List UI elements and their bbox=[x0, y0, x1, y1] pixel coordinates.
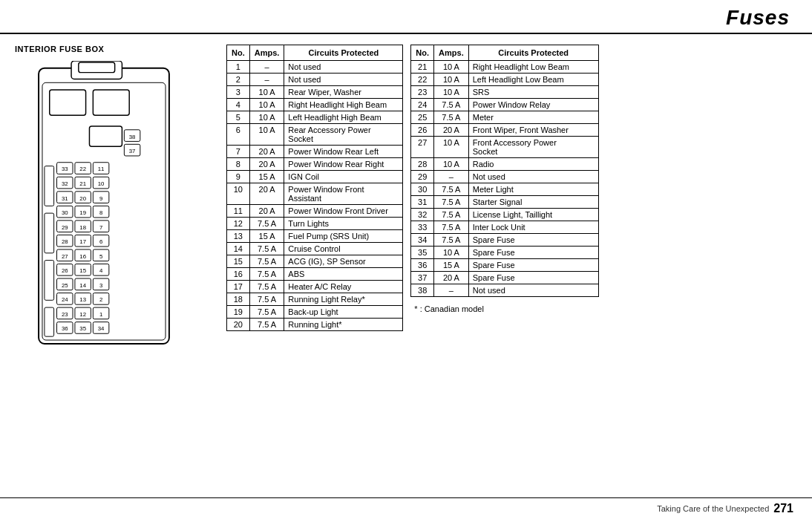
fuse-amps: 15 A bbox=[249, 171, 284, 183]
fuse-number: 8 bbox=[227, 158, 250, 171]
fuse-number: 18 bbox=[227, 293, 250, 306]
table-row: 17 7.5 A Heater A/C Relay bbox=[227, 281, 403, 293]
svg-text:22: 22 bbox=[79, 166, 86, 172]
fuse-circuit: Not used bbox=[284, 74, 403, 86]
fuse-circuit: Left Headlight High Beam bbox=[284, 111, 403, 124]
fuse-number: 11 bbox=[227, 205, 250, 218]
fuse-circuit: Right Headlight Low Beam bbox=[468, 61, 598, 74]
fuse-circuit: Meter bbox=[468, 111, 598, 124]
table-row: 14 7.5 A Cruise Control bbox=[227, 243, 403, 255]
svg-text:6: 6 bbox=[99, 238, 102, 245]
fuse-amps: 20 A bbox=[249, 205, 284, 218]
fuse-box-svg: 38 37 33 22 11 32 21 10 bbox=[15, 61, 193, 373]
fuse-amps: 10 A bbox=[434, 74, 469, 86]
fuse-number: 25 bbox=[411, 111, 434, 124]
fuse-amps: 15 A bbox=[434, 259, 469, 272]
table-row: 1 – Not used bbox=[227, 61, 403, 74]
fuse-number: 14 bbox=[227, 243, 250, 255]
svg-rect-3 bbox=[42, 82, 166, 340]
fuse-number: 28 bbox=[411, 158, 434, 171]
svg-text:14: 14 bbox=[79, 282, 86, 289]
fuse-circuit: Cruise Control bbox=[284, 243, 403, 255]
svg-rect-84 bbox=[45, 213, 54, 253]
fuse-amps: 10 A bbox=[249, 111, 284, 124]
fuse-circuit: Power Window Rear Right bbox=[284, 158, 403, 171]
svg-text:17: 17 bbox=[79, 238, 86, 245]
table-row: 29 – Not used bbox=[411, 171, 598, 183]
canadian-model-note: * : Canadian model bbox=[410, 304, 598, 313]
fuse-amps: 7.5 A bbox=[434, 99, 469, 111]
svg-rect-83 bbox=[45, 166, 54, 206]
fuse-number: 3 bbox=[227, 86, 250, 99]
table-row: 9 15 A IGN Coil bbox=[227, 171, 403, 183]
fuse-circuit: License Light, Taillight bbox=[468, 209, 598, 221]
svg-text:12: 12 bbox=[79, 311, 86, 318]
fuse-circuit: Power Window Relay bbox=[468, 99, 598, 111]
fuse-circuit: Spare Fuse bbox=[468, 247, 598, 259]
fuse-number: 17 bbox=[227, 281, 250, 293]
table-row: 7 20 A Power Window Rear Left bbox=[227, 146, 403, 158]
table-row: 18 7.5 A Running Light Relay* bbox=[227, 293, 403, 306]
fuse-amps: 10 A bbox=[434, 86, 469, 99]
fuse-amps: 7.5 A bbox=[249, 281, 284, 293]
fuse-circuit: Running Light* bbox=[284, 319, 403, 331]
svg-text:11: 11 bbox=[98, 166, 105, 172]
table-row: 27 10 A Front Accessory PowerSocket bbox=[411, 137, 598, 158]
svg-rect-5 bbox=[93, 90, 129, 115]
table-row: 4 10 A Right Headlight High Beam bbox=[227, 99, 403, 111]
fuse-number: 27 bbox=[411, 137, 434, 158]
svg-text:13: 13 bbox=[79, 296, 86, 303]
fuse-amps: 7.5 A bbox=[434, 111, 469, 124]
table-row: 33 7.5 A Inter Lock Unit bbox=[411, 221, 598, 234]
fuse-number: 37 bbox=[411, 272, 434, 284]
col-no-1: No. bbox=[227, 45, 250, 61]
fuse-table-2: No. Amps. Circuits Protected 21 10 A Rig… bbox=[410, 45, 598, 297]
fuse-circuit: Power Window FrontAssistant bbox=[284, 183, 403, 205]
fuse-number: 38 bbox=[411, 284, 434, 297]
svg-text:31: 31 bbox=[62, 195, 68, 202]
fuse-amps: – bbox=[249, 74, 284, 86]
fuse-circuit: Front Wiper, Front Washer bbox=[468, 124, 598, 137]
fuse-circuit: Turn Lights bbox=[284, 218, 403, 230]
fuse-circuit: Rear Wiper, Washer bbox=[284, 86, 403, 99]
fuse-amps: – bbox=[249, 61, 284, 74]
page-header: Fuses bbox=[0, 0, 812, 34]
fuse-number: 16 bbox=[227, 268, 250, 281]
table-row: 26 20 A Front Wiper, Front Washer bbox=[411, 124, 598, 137]
svg-text:20: 20 bbox=[79, 195, 86, 202]
tables-section: No. Amps. Circuits Protected 1 – Not use… bbox=[226, 45, 797, 482]
fuse-number: 36 bbox=[411, 259, 434, 272]
fuse-number: 13 bbox=[227, 230, 250, 243]
svg-text:9: 9 bbox=[99, 195, 102, 202]
svg-rect-4 bbox=[50, 90, 86, 115]
table-row: 25 7.5 A Meter bbox=[411, 111, 598, 124]
fuse-circuit: IGN Coil bbox=[284, 171, 403, 183]
fuse-circuit: Radio bbox=[468, 158, 598, 171]
table-row: 2 – Not used bbox=[227, 74, 403, 86]
svg-text:37: 37 bbox=[129, 148, 136, 154]
fuse-circuit: Power Window Front Driver bbox=[284, 205, 403, 218]
svg-text:29: 29 bbox=[62, 224, 68, 231]
page-number: 271 bbox=[773, 502, 793, 515]
col-amps-2: Amps. bbox=[434, 45, 469, 61]
fuse-box-diagram: 38 37 33 22 11 32 21 10 bbox=[15, 61, 193, 373]
table-row: 12 7.5 A Turn Lights bbox=[227, 218, 403, 230]
table-row: 24 7.5 A Power Window Relay bbox=[411, 99, 598, 111]
fuse-amps: 20 A bbox=[249, 158, 284, 171]
svg-text:4: 4 bbox=[99, 267, 103, 274]
fuse-number: 35 bbox=[411, 247, 434, 259]
fuse-circuit: Heater A/C Relay bbox=[284, 281, 403, 293]
fuse-amps: – bbox=[434, 171, 469, 183]
svg-rect-86 bbox=[45, 307, 54, 336]
table-row: 20 7.5 A Running Light* bbox=[227, 319, 403, 331]
fuse-number: 15 bbox=[227, 255, 250, 268]
page-title: Fuses bbox=[726, 6, 790, 30]
fuse-amps: 15 A bbox=[249, 230, 284, 243]
table2-wrapper: No. Amps. Circuits Protected 21 10 A Rig… bbox=[410, 45, 598, 482]
fuse-amps: 7.5 A bbox=[249, 243, 284, 255]
fuse-number: 23 bbox=[411, 86, 434, 99]
fuse-circuit: Back-up Light bbox=[284, 306, 403, 319]
fuse-number: 1 bbox=[227, 61, 250, 74]
col-amps-1: Amps. bbox=[249, 45, 284, 61]
col-circuits-1: Circuits Protected bbox=[284, 45, 403, 61]
